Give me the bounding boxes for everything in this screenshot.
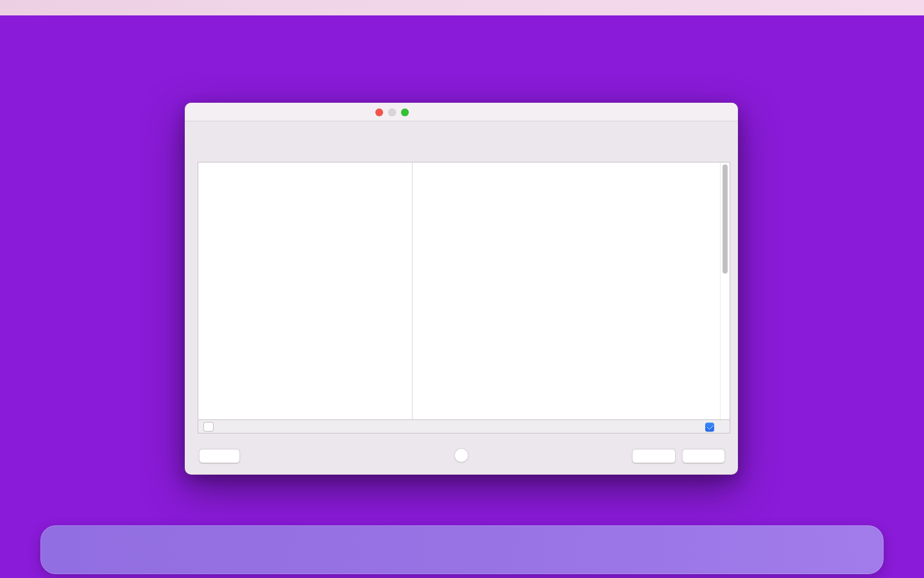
menu-bar-left: [0, 0, 28, 15]
server-name[interactable]: [805, 0, 816, 15]
switch-app-icon[interactable]: [735, 0, 758, 15]
add-trigger-button[interactable]: [203, 422, 214, 432]
scrollbar-thumb[interactable]: [723, 164, 728, 274]
trigger-action-table: [198, 162, 730, 419]
dock: [40, 525, 884, 574]
input-source-icon[interactable]: [758, 0, 783, 15]
table-scrollbar[interactable]: [720, 162, 730, 419]
autostart-setting: [705, 423, 718, 432]
wifi-icon[interactable]: [844, 0, 868, 15]
quit-button[interactable]: [199, 449, 240, 463]
help-button[interactable]: [454, 448, 468, 462]
ok-button[interactable]: [682, 449, 725, 463]
menu-bar: [0, 0, 924, 15]
disk-icon[interactable]: [783, 0, 805, 15]
menu-bar-right: [712, 0, 924, 15]
battery-icon[interactable]: [816, 0, 844, 15]
control-center-icon[interactable]: [889, 0, 909, 15]
cancel-button[interactable]: [632, 449, 676, 463]
keycue-menubar-icon[interactable]: [712, 0, 735, 15]
apple-menu[interactable]: [0, 0, 28, 15]
table-footer: [198, 419, 730, 434]
autostart-checkbox[interactable]: [705, 423, 714, 432]
tab-bar: [185, 130, 738, 143]
window-title: [185, 103, 738, 121]
spotlight-icon[interactable]: [868, 0, 889, 15]
keycue-settings-window: [185, 103, 738, 475]
column-divider: [412, 162, 413, 419]
